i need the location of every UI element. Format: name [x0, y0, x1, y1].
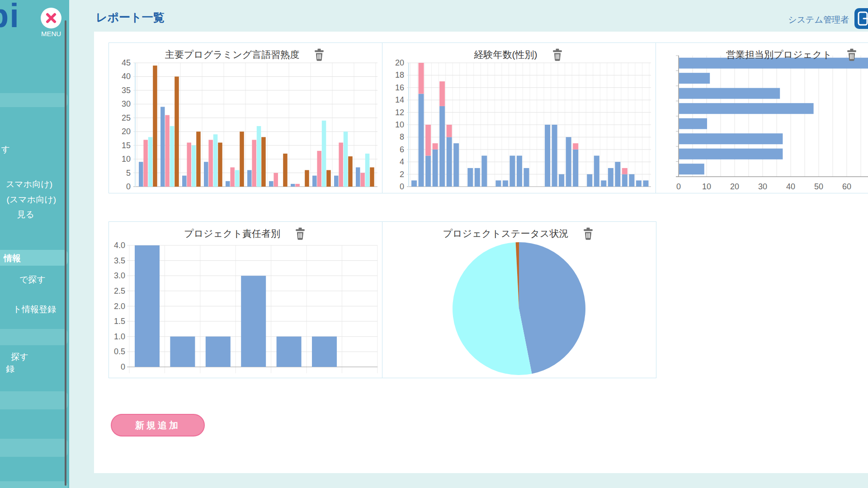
bar-chart: 00.51.01.52.02.53.03.54.0 — [109, 222, 382, 377]
svg-text:40: 40 — [122, 72, 131, 81]
svg-text:15: 15 — [122, 141, 131, 150]
app-logo: bi — [0, 0, 20, 35]
logout-icon — [854, 8, 868, 29]
chart-box-experience-years: 02468101214161820 経験年数(性別) — [382, 42, 656, 193]
stacked-bar-chart: 02468101214161820 — [382, 43, 655, 192]
chart-title: プロジェクトステータス状況 — [443, 227, 569, 240]
sidebar-menu-band[interactable] — [0, 391, 68, 409]
grouped-bar-chart: 051015202530354045 — [109, 43, 382, 192]
menu-close-button[interactable] — [41, 8, 61, 28]
report-list-panel: 051015202530354045 主要プログラミング言語習熟度 024681… — [94, 32, 868, 473]
svg-text:16: 16 — [395, 83, 404, 92]
svg-text:12: 12 — [395, 108, 404, 117]
trash-icon[interactable] — [550, 47, 565, 62]
svg-text:2: 2 — [400, 170, 404, 179]
svg-text:1.0: 1.0 — [114, 332, 125, 341]
svg-text:0: 0 — [126, 182, 131, 191]
sidebar-menu-band[interactable] — [0, 481, 68, 488]
svg-text:2.0: 2.0 — [114, 302, 125, 311]
svg-text:5: 5 — [126, 169, 131, 178]
svg-text:0: 0 — [676, 182, 681, 191]
logout-button[interactable] — [854, 8, 868, 29]
close-icon — [41, 8, 61, 28]
chart-title: 営業担当別プロジェクト — [726, 48, 832, 61]
svg-text:4.0: 4.0 — [114, 241, 125, 250]
trash-icon[interactable] — [293, 226, 307, 241]
svg-text:60: 60 — [842, 182, 851, 191]
chart-box-sales-projects: 010203040506070 営業担当別プロジェクト — [656, 42, 868, 193]
sidebar-item[interactable]: 探す — [11, 351, 28, 363]
sidebar-item-active[interactable]: 情報 — [4, 253, 21, 264]
svg-text:4: 4 — [400, 157, 404, 166]
sidebar-item[interactable]: す — [1, 144, 10, 155]
svg-text:40: 40 — [786, 182, 795, 191]
svg-text:20: 20 — [730, 182, 739, 191]
svg-text:18: 18 — [395, 70, 404, 80]
trash-icon[interactable] — [581, 226, 595, 241]
trash-icon[interactable] — [312, 47, 326, 62]
sidebar: bi MENU す スマホ向け) (スマホ向け) 見る 情報 で探す ト情報登録… — [0, 0, 69, 488]
user-role-label: システム管理者 — [788, 11, 849, 26]
chart-box-project-manager: 00.51.01.52.02.53.03.54.0 プロジェクト責任者別 — [108, 221, 383, 378]
chart-title: 経験年数(性別) — [474, 48, 538, 61]
chart-box-language-proficiency: 051015202530354045 主要プログラミング言語習熟度 — [108, 42, 383, 193]
svg-text:10: 10 — [395, 120, 404, 129]
svg-text:25: 25 — [122, 113, 131, 122]
svg-text:6: 6 — [400, 145, 404, 154]
svg-text:2.5: 2.5 — [114, 286, 125, 296]
chart-title: 主要プログラミング言語習熟度 — [165, 48, 299, 61]
chart-box-project-status: プロジェクトステータス状況 — [382, 221, 656, 378]
sidebar-menu-band[interactable] — [0, 329, 68, 345]
svg-text:8: 8 — [400, 132, 404, 141]
svg-text:35: 35 — [122, 86, 131, 95]
svg-text:3.0: 3.0 — [114, 271, 125, 280]
sidebar-item[interactable]: (スマホ向け) — [7, 194, 56, 206]
pie-chart — [382, 222, 655, 377]
sidebar-item[interactable]: 見る — [17, 209, 34, 221]
horizontal-bar-chart: 010203040506070 — [656, 43, 868, 192]
svg-text:3.5: 3.5 — [114, 256, 125, 265]
sidebar-item[interactable]: 録 — [6, 363, 14, 375]
sidebar-scrollbar[interactable] — [65, 20, 66, 486]
sidebar-item[interactable]: で探す — [19, 274, 46, 286]
svg-text:30: 30 — [758, 182, 767, 191]
sidebar-menu-band[interactable] — [0, 439, 68, 457]
page-title: レポート一覧 — [96, 10, 165, 25]
svg-text:1.5: 1.5 — [114, 317, 125, 326]
svg-text:0: 0 — [400, 182, 404, 191]
header-user-area: システム管理者 — [788, 8, 868, 29]
sidebar-item[interactable]: ト情報登録 — [13, 304, 56, 315]
trash-icon[interactable] — [844, 47, 859, 62]
svg-text:50: 50 — [814, 182, 823, 191]
svg-text:0: 0 — [121, 362, 125, 371]
svg-text:10: 10 — [702, 182, 711, 191]
sidebar-item[interactable]: スマホ向け) — [6, 178, 52, 190]
svg-text:14: 14 — [395, 95, 404, 104]
svg-text:0.5: 0.5 — [114, 347, 125, 356]
sidebar-menu-band[interactable] — [0, 93, 68, 107]
menu-label: MENU — [35, 30, 67, 38]
svg-text:20: 20 — [122, 127, 131, 136]
svg-text:10: 10 — [122, 155, 131, 164]
chart-title: プロジェクト責任者別 — [184, 227, 280, 240]
svg-text:30: 30 — [122, 99, 131, 108]
add-new-button[interactable]: 新規追加 — [111, 414, 205, 436]
